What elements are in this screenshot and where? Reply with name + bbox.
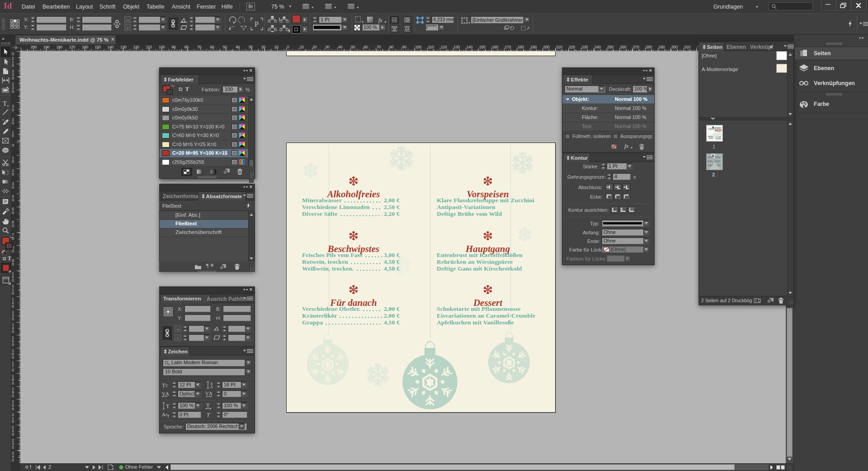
svg-text:A: A (209, 390, 212, 396)
svg-text:▼: ▼ (384, 20, 387, 24)
svg-text:T: T (3, 100, 7, 107)
svg-text:▼: ▼ (311, 6, 314, 9)
svg-text:V: V (205, 390, 209, 396)
svg-text:T: T (207, 411, 210, 418)
svg-text:▾: ▾ (7, 105, 9, 107)
svg-text:T: T (162, 382, 165, 389)
svg-text:A: A (165, 391, 169, 396)
svg-text:A: A (210, 385, 213, 389)
svg-text:a: a (165, 412, 167, 416)
svg-text:V: V (162, 391, 165, 396)
svg-text:▼: ▼ (334, 6, 337, 9)
svg-text:fx: fx (378, 17, 382, 24)
svg-text:▾: ▾ (169, 363, 170, 366)
svg-text:▾: ▾ (112, 468, 113, 470)
svg-text:T: T (206, 402, 210, 409)
svg-text:▼: ▼ (361, 20, 364, 24)
svg-text:T: T (166, 403, 170, 409)
svg-text:T: T (165, 384, 168, 388)
svg-text:P: P (255, 20, 259, 28)
svg-text:▼: ▼ (356, 6, 359, 9)
svg-text:▾: ▾ (759, 301, 760, 304)
svg-text:A: A (162, 412, 165, 417)
